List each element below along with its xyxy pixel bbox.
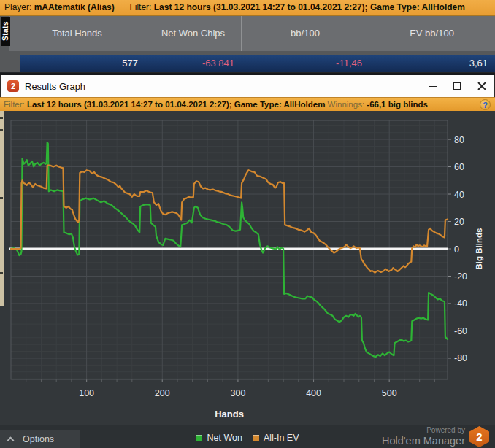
legend-item-net-won: Net Won: [196, 433, 242, 443]
hm2-logo-icon: 2: [7, 80, 19, 92]
minimize-icon: [429, 86, 437, 87]
graph-filter-text: Last 12 hours (31.03.2021 14:27 to 01.04…: [27, 100, 325, 109]
filter-label: Filter:: [129, 2, 151, 12]
legend-label: All-In EV: [264, 433, 299, 443]
winnings-value: -66,1 big blinds: [367, 100, 428, 109]
close-icon: [477, 82, 486, 90]
stat-value-2: -11,46: [242, 55, 369, 72]
graph-filter-bar: Filter: Last 12 hours (31.03.2021 14:27 …: [0, 97, 495, 111]
svg-text:300: 300: [230, 388, 245, 398]
legend-label: Net Won: [207, 433, 242, 443]
background-window-edge: [0, 111, 4, 306]
stats-value-row[interactable]: 577 -63 841 -11,46 3,61: [20, 55, 495, 72]
hm2-hexagon-logo-icon: 2: [469, 426, 489, 447]
chart-area: 100200300400500-80-60-40-20020406080Hand…: [0, 111, 495, 425]
svg-text:Big Blinds: Big Blinds: [475, 228, 483, 270]
svg-text:200: 200: [155, 388, 170, 398]
close-button[interactable]: [469, 75, 494, 97]
graph-filter-label: Filter:: [4, 100, 25, 109]
svg-text:400: 400: [306, 388, 321, 398]
stats-header-row: Total Hands Net Won Chips bb/100 EV bb/1…: [9, 16, 495, 51]
svg-text:-80: -80: [454, 353, 467, 363]
stat-value-3: 3,61: [369, 55, 495, 72]
svg-text:-40: -40: [454, 298, 467, 309]
stat-header-total-hands[interactable]: Total Hands: [9, 16, 145, 51]
player-filter-bar: Player: mAAtematik (Alias) Filter: Last …: [0, 0, 495, 16]
maximize-icon: [453, 82, 461, 90]
svg-text:80: 80: [454, 135, 464, 145]
window-title: Results Graph: [25, 81, 85, 92]
bottom-bar: Options Net WonAll-In EV Powered by Hold…: [0, 425, 495, 448]
legend-swatch-icon: [253, 435, 259, 441]
stat-header-net-won-chips[interactable]: Net Won Chips: [145, 16, 242, 51]
player-label: Player:: [4, 2, 31, 12]
stat-value-1: -63 841: [145, 55, 242, 72]
svg-text:100: 100: [79, 388, 94, 398]
edge-tick: [0, 117, 3, 119]
winnings-label: Winnings:: [328, 100, 365, 109]
svg-text:40: 40: [454, 190, 464, 200]
window-titlebar[interactable]: 2 Results Graph: [0, 75, 495, 97]
legend-item-all-in-ev: All-In EV: [253, 433, 299, 443]
edge-tick: [0, 197, 3, 199]
results-graph-window: Player: mAAtematik (Alias) Filter: Last …: [0, 0, 495, 448]
legend-swatch-icon: [196, 435, 202, 441]
filter-text: Last 12 hours (31.03.2021 14:27 to 01.04…: [154, 2, 465, 12]
stats-panel: Total Hands Net Won Chips bb/100 EV bb/1…: [0, 16, 495, 75]
stats-tab[interactable]: Stats: [1, 17, 10, 46]
edge-tick: [0, 272, 3, 274]
results-chart: 100200300400500-80-60-40-20020406080Hand…: [0, 111, 495, 425]
brand-text: Hold'em Manager: [382, 435, 465, 447]
edge-tick: [0, 129, 3, 131]
svg-text:20: 20: [454, 217, 464, 227]
svg-text:Hands: Hands: [215, 409, 244, 420]
help-icon[interactable]: ?: [480, 99, 491, 110]
svg-text:0: 0: [454, 244, 459, 255]
svg-text:-60: -60: [454, 326, 467, 336]
minimize-button[interactable]: [420, 75, 445, 97]
svg-text:500: 500: [382, 388, 397, 398]
player-name: mAAtematik (Alias): [34, 2, 115, 12]
svg-text:-20: -20: [454, 271, 467, 282]
stat-value-0: 577: [20, 55, 145, 72]
powered-by-text: Powered by: [382, 426, 465, 434]
svg-text:60: 60: [454, 162, 464, 172]
powered-by-block: Powered by Hold'em Manager: [382, 426, 465, 447]
stat-header-ev-bb100[interactable]: EV bb/100: [369, 16, 494, 51]
stat-header-bb100[interactable]: bb/100: [242, 16, 369, 51]
maximize-button[interactable]: [445, 75, 469, 97]
